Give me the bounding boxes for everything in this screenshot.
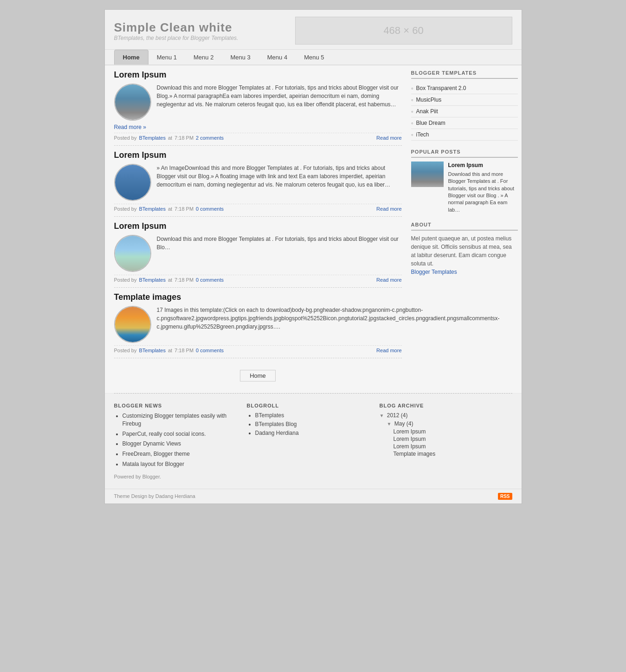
post-3-footer-read-more[interactable]: Read more: [376, 277, 401, 283]
template-post-image: [114, 306, 151, 343]
archive-tree: ▼ 2012 (4) ▼ May (4) Lorem Ipsum Lorem I…: [380, 412, 503, 457]
post-1-footer: Posted by BTemplates at 7:18 PM 2 commen…: [114, 133, 402, 141]
popular-post-image: [411, 162, 444, 187]
nav-home[interactable]: Home: [114, 50, 148, 65]
powered-by: Powered by Blogger.: [114, 474, 238, 479]
popular-post-text: Lorem Ipsum Download this and more Blogg…: [448, 162, 518, 213]
post-3: Lorem Ipsum Download this and more Blogg…: [114, 221, 402, 288]
sidebar-about: ABOUT Mel putent quaeque an, ut postea m…: [411, 222, 518, 276]
footer-blogroll: BLOGROLL BTemplates BTemplates Blog Dada…: [247, 403, 380, 479]
main-layout: Lorem Ipsum Download this and more Blogg…: [105, 65, 522, 393]
site-header: Simple Clean white BTemplates, the best …: [105, 10, 522, 50]
post-2-footer: Posted by BTemplates at 7:18 PM 0 commen…: [114, 204, 402, 212]
site-branding: Simple Clean white BTemplates, the best …: [114, 20, 239, 41]
archive-title: BLOG ARCHIVE: [380, 403, 503, 408]
post-1-read-more-link[interactable]: Read more »: [114, 124, 146, 130]
about-title: ABOUT: [411, 222, 518, 231]
post-3-image: [114, 235, 151, 272]
post-1-body: Download this and more Blogger Templates…: [114, 84, 402, 121]
header-ad-banner: 468 × 60: [295, 17, 512, 45]
post-3-text: Download this and more Blogger Templates…: [157, 235, 402, 272]
template-post-comments[interactable]: 0 comments: [196, 348, 224, 353]
content-area: Lorem Ipsum Download this and more Blogg…: [114, 70, 402, 388]
nav-menu3[interactable]: Menu 3: [222, 50, 258, 65]
post-3-author[interactable]: BTemplates: [139, 277, 165, 283]
footer-archive: BLOG ARCHIVE ▼ 2012 (4) ▼ May (4) Lorem …: [380, 403, 512, 479]
archive-month: ▼ May (4): [387, 420, 503, 427]
month-triangle: ▼: [387, 421, 392, 426]
post-1-image: [114, 84, 151, 121]
news-item-5: Matala layout for Blogger: [123, 460, 238, 468]
template-post-read-more[interactable]: Read more: [376, 348, 401, 353]
post-1-read-more-inline: Read more »: [114, 123, 402, 130]
about-text: Mel putent quaeque an, ut postea melius …: [411, 234, 518, 276]
blogroll-item-1: BTemplates: [255, 412, 370, 419]
blogroll-list: BTemplates BTemplates Blog Dadang Herdia…: [247, 412, 370, 436]
list-item-musicplus[interactable]: MusicPlus: [411, 94, 518, 106]
news-item-2: PaperCut, really cool social icons.: [123, 430, 238, 438]
nav-menu1[interactable]: Menu 1: [148, 50, 185, 65]
sidebar-popular-posts: POPULAR POSTS Lorem Ipsum Download this …: [411, 149, 518, 213]
site-tagline: BTemplates, the best place for Blogger T…: [114, 35, 239, 41]
template-post-footer: Posted by BTemplates at 7:18 PM 0 commen…: [114, 345, 402, 353]
blogroll-item-3: Dadang Herdiana: [255, 430, 370, 436]
nav-menu4[interactable]: Menu 4: [259, 50, 296, 65]
post-2: Lorem Ipsum » An ImageDownload this and …: [114, 150, 402, 217]
blogger-templates-title: BLOGGER TEMPLATES: [411, 70, 518, 79]
about-link[interactable]: Blogger Templates: [411, 269, 457, 275]
nav-menu5[interactable]: Menu 5: [296, 50, 332, 65]
post-2-footer-left: Posted by BTemplates at 7:18 PM 0 commen…: [114, 206, 224, 212]
news-item-4: FreeDream, Blogger theme: [123, 450, 238, 458]
archive-post-3[interactable]: Lorem Ipsum: [394, 443, 503, 450]
archive-post-1[interactable]: Lorem Ipsum: [394, 428, 503, 435]
post-2-footer-read-more[interactable]: Read more: [376, 206, 401, 212]
footer-columns: BLOGGER NEWS Customizing Blogger templat…: [105, 394, 522, 489]
post-1: Lorem Ipsum Download this and more Blogg…: [114, 70, 402, 146]
post-1-text: Download this and more Blogger Templates…: [157, 84, 402, 121]
footer-blogger-news: BLOGGER NEWS Customizing Blogger templat…: [114, 403, 247, 479]
post-2-body: » An ImageDownload this and more Blogger…: [114, 164, 402, 201]
blogger-news-list: Customizing Blogger templates easily wit…: [114, 412, 238, 468]
sidebar: BLOGGER TEMPLATES Box Transparent 2.0 Mu…: [411, 70, 518, 388]
blogroll-item-2: BTemplates Blog: [255, 421, 370, 427]
template-images-post: Template images 17 Images in this templa…: [114, 292, 402, 358]
list-item-blue-dream[interactable]: Blue Dream: [411, 117, 518, 129]
post-2-author[interactable]: BTemplates: [139, 206, 165, 212]
archive-year: ▼ 2012 (4): [380, 412, 503, 419]
post-1-author[interactable]: BTemplates: [139, 135, 165, 141]
archive-post-4[interactable]: Template images: [394, 451, 503, 457]
popular-posts-title: POPULAR POSTS: [411, 149, 518, 158]
post-3-footer-left: Posted by BTemplates at 7:18 PM 0 commen…: [114, 277, 224, 283]
main-nav: Home Menu 1 Menu 2 Menu 3 Menu 4 Menu 5: [105, 50, 522, 65]
credit-text: Theme Design by Dadang Herdiana: [114, 493, 196, 499]
post-2-image: [114, 164, 151, 201]
post-1-comments[interactable]: 2 comments: [196, 135, 224, 141]
post-1-title: Lorem Ipsum: [114, 70, 402, 80]
blogroll-title: BLOGROLL: [247, 403, 370, 408]
post-3-footer: Posted by BTemplates at 7:18 PM 0 commen…: [114, 275, 402, 283]
template-post-author[interactable]: BTemplates: [139, 348, 165, 353]
post-2-comments[interactable]: 0 comments: [196, 206, 224, 212]
popular-post-item: Lorem Ipsum Download this and more Blogg…: [411, 162, 518, 213]
post-2-title: Lorem Ipsum: [114, 150, 402, 160]
site-title: Simple Clean white: [114, 20, 239, 35]
news-item-3: Blogger Dynamic Views: [123, 440, 238, 448]
post-1-footer-read-more[interactable]: Read more: [376, 135, 401, 141]
template-images-title: Template images: [114, 292, 402, 302]
home-button[interactable]: Home: [240, 370, 276, 381]
list-item-anak-piit[interactable]: Anak Piit: [411, 106, 518, 117]
archive-post-2[interactable]: Lorem Ipsum: [394, 436, 503, 442]
list-item-box-transparent[interactable]: Box Transparent 2.0: [411, 83, 518, 94]
bottom-bar: Theme Design by Dadang Herdiana RSS: [105, 489, 522, 504]
list-item-itech[interactable]: iTech: [411, 129, 518, 141]
post-3-title: Lorem Ipsum: [114, 221, 402, 231]
template-post-footer-left: Posted by BTemplates at 7:18 PM 0 commen…: [114, 348, 224, 353]
popular-post-title: Lorem Ipsum: [448, 162, 518, 169]
blogger-news-title: BLOGGER NEWS: [114, 403, 238, 408]
sidebar-blogger-templates: BLOGGER TEMPLATES Box Transparent 2.0 Mu…: [411, 70, 518, 141]
home-button-wrap: Home: [114, 363, 402, 388]
template-post-inner: 17 Images in this template:(Click on eac…: [114, 306, 402, 343]
post-3-comments[interactable]: 0 comments: [196, 277, 224, 283]
rss-badge[interactable]: RSS: [498, 493, 512, 500]
nav-menu2[interactable]: Menu 2: [185, 50, 222, 65]
